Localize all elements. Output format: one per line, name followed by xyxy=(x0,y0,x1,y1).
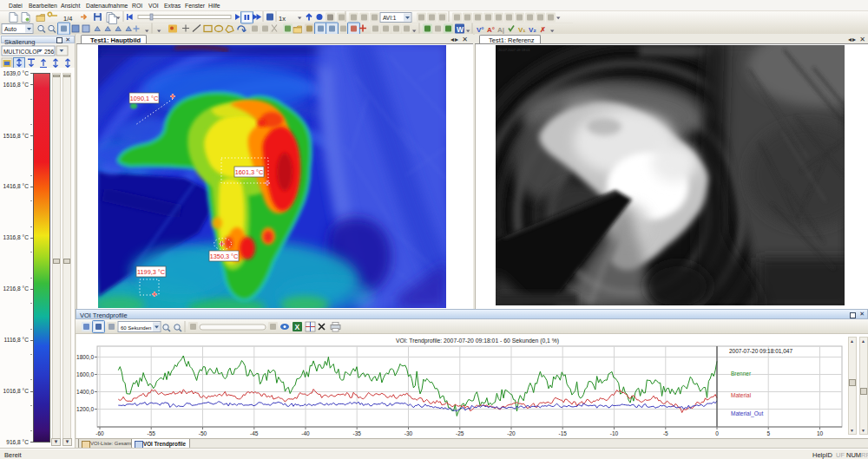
svg-text:✗: ✗ xyxy=(540,26,546,34)
svg-text:Material: Material xyxy=(731,392,752,398)
svg-text:V₁: V₁ xyxy=(518,26,526,34)
svg-text:-25: -25 xyxy=(456,430,464,436)
svg-text:VOI: Trendprofile: 2007-07-20: VOI: Trendprofile: 2007-07-20 09:18:01 -… xyxy=(396,338,559,344)
svg-text:V°: V° xyxy=(477,26,484,34)
svg-text:1601,3 °C: 1601,3 °C xyxy=(235,168,264,176)
svg-text:V₂: V₂ xyxy=(529,26,536,34)
svg-text:Auto: Auto xyxy=(4,26,16,32)
svg-text:Brenner: Brenner xyxy=(731,370,752,377)
svg-text:-35: -35 xyxy=(352,430,361,436)
svg-text:5: 5 xyxy=(766,430,770,436)
svg-text:60 Sekunden: 60 Sekunden xyxy=(121,325,151,331)
svg-text:-45: -45 xyxy=(250,430,259,436)
svg-text:256: 256 xyxy=(44,49,54,55)
svg-text:1199,3 °C: 1199,3 °C xyxy=(137,268,165,276)
svg-text:-5: -5 xyxy=(663,430,668,436)
svg-text:1400,0: 1400,0 xyxy=(76,389,94,395)
svg-text:W: W xyxy=(457,25,464,34)
svg-text:X: X xyxy=(295,323,300,331)
svg-text:-50: -50 xyxy=(199,430,207,436)
svg-text:-15: -15 xyxy=(558,430,567,436)
svg-text:2007-07-20 09:18:01,047: 2007-07-20 09:18:01,047 xyxy=(729,348,792,354)
svg-text:1090,1 °C: 1090,1 °C xyxy=(130,95,159,102)
svg-text:-30: -30 xyxy=(404,430,413,436)
svg-text:A|: A| xyxy=(497,26,504,34)
svg-text:1800,0: 1800,0 xyxy=(76,354,94,360)
svg-text:10: 10 xyxy=(817,430,824,436)
svg-text:-55: -55 xyxy=(147,430,155,436)
svg-text:1x: 1x xyxy=(279,15,286,23)
svg-text:1200,0: 1200,0 xyxy=(76,406,94,412)
svg-text:20.07.2007 09:18:01: 20.07.2007 09:18:01 xyxy=(498,48,530,52)
svg-text:1600,0: 1600,0 xyxy=(76,371,94,377)
svg-text:MULTICOLOF: MULTICOLOF xyxy=(3,49,41,55)
svg-text:1350,3 °C: 1350,3 °C xyxy=(210,252,239,260)
svg-text:1/4: 1/4 xyxy=(63,15,72,23)
svg-text:-10: -10 xyxy=(610,430,619,436)
svg-text:A°: A° xyxy=(487,26,495,34)
svg-text:AVI:1: AVI:1 xyxy=(383,15,397,21)
svg-text:-60: -60 xyxy=(95,430,104,436)
svg-text:Material_Out: Material_Out xyxy=(731,410,763,417)
svg-text:0: 0 xyxy=(715,430,719,436)
svg-text:-40: -40 xyxy=(301,430,310,436)
svg-text:-20: -20 xyxy=(507,430,516,436)
